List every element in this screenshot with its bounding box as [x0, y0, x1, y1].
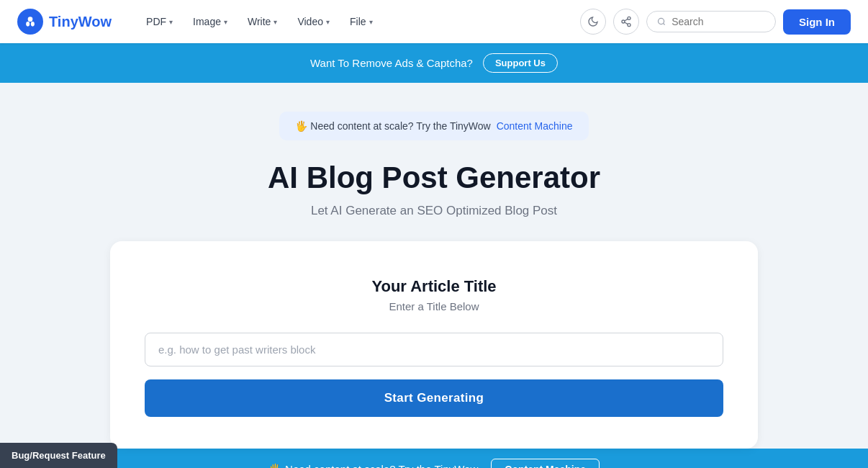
nav-pdf[interactable]: PDF ▾ — [137, 10, 181, 33]
chevron-down-icon: ▾ — [273, 18, 277, 26]
content-machine-link[interactable]: Content Machine — [497, 120, 573, 132]
content-machine-notice: 🖐 Need content at scale? Try the TinyWow… — [279, 112, 588, 140]
bottom-banner-text: 🖐 Need content at scale? Try the TinyWow — [268, 463, 478, 468]
svg-point-2 — [31, 22, 35, 27]
search-bar[interactable] — [646, 11, 776, 32]
tool-card-title: Your Article Title — [145, 277, 723, 296]
search-icon — [657, 17, 666, 27]
svg-line-7 — [625, 19, 628, 21]
nav-menu: PDF ▾ Image ▾ Write ▾ Video ▾ File ▾ — [137, 10, 580, 33]
svg-point-4 — [622, 20, 625, 23]
nav-file[interactable]: File ▾ — [341, 10, 381, 33]
main-content: 🖐 Need content at scale? Try the TinyWow… — [0, 83, 868, 449]
support-button[interactable]: Support Us — [483, 53, 558, 73]
svg-point-3 — [628, 17, 630, 19]
tool-card: Your Article Title Enter a Title Below S… — [110, 241, 758, 449]
chevron-down-icon: ▾ — [169, 18, 173, 26]
nav-image[interactable]: Image ▾ — [184, 10, 236, 33]
chevron-down-icon: ▾ — [224, 18, 227, 26]
dark-mode-button[interactable] — [580, 9, 606, 35]
generate-button[interactable]: Start Generating — [145, 379, 723, 417]
promo-banner: Want To Remove Ads & Captcha? Support Us — [0, 43, 868, 83]
share-button[interactable] — [613, 9, 639, 35]
nav-write[interactable]: Write ▾ — [239, 10, 286, 33]
chevron-down-icon: ▾ — [326, 18, 330, 26]
logo-icon — [17, 9, 43, 35]
chevron-down-icon: ▾ — [369, 18, 373, 26]
notice-text: 🖐 Need content at scale? Try the TinyWow — [295, 120, 490, 132]
content-machine-button[interactable]: Content Machine — [491, 459, 600, 468]
svg-line-9 — [663, 23, 664, 24]
logo[interactable]: TinyWow — [17, 9, 112, 35]
svg-point-0 — [28, 17, 33, 22]
logo-text: TinyWow — [49, 14, 112, 30]
article-title-input[interactable] — [145, 333, 723, 366]
bottom-banner: 🖐 Need content at scale? Try the TinyWow… — [0, 449, 868, 468]
svg-point-5 — [628, 24, 630, 27]
svg-point-1 — [26, 22, 30, 27]
promo-text: Want To Remove Ads & Captcha? — [310, 57, 473, 69]
nav-actions: Sign In — [580, 9, 851, 35]
navbar: TinyWow PDF ▾ Image ▾ Write ▾ Video ▾ Fi… — [0, 0, 868, 43]
search-input[interactable] — [672, 16, 765, 27]
bug-request-button[interactable]: Bug/Request Feature — [0, 443, 117, 468]
nav-video[interactable]: Video ▾ — [289, 10, 338, 33]
signin-button[interactable]: Sign In — [783, 9, 851, 35]
page-title: AI Blog Post Generator — [268, 161, 600, 195]
svg-point-8 — [659, 18, 664, 24]
svg-line-6 — [625, 22, 628, 24]
tool-card-subtitle: Enter a Title Below — [145, 300, 723, 312]
page-subtitle: Let AI Generate an SEO Optimized Blog Po… — [311, 204, 557, 218]
